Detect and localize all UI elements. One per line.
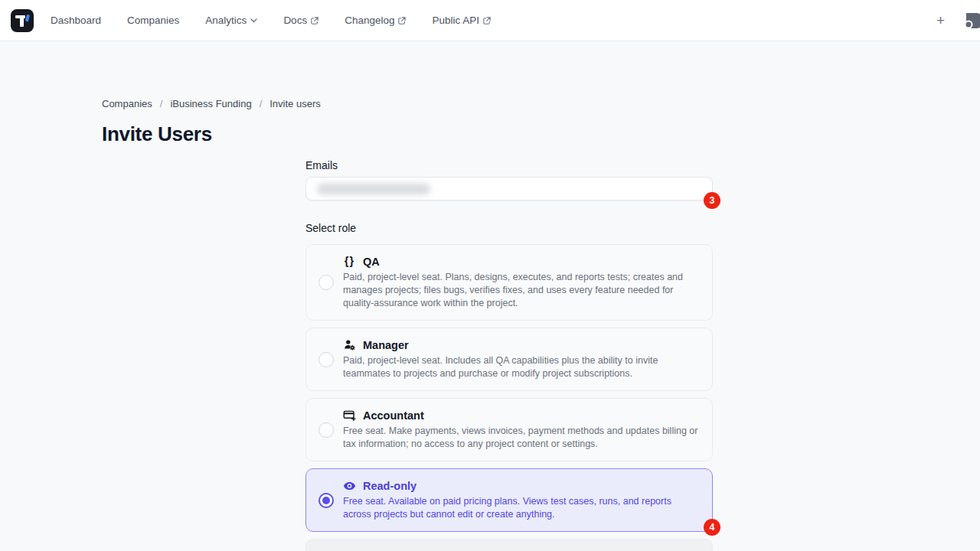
nav-public-api-label: Public API xyxy=(432,15,479,26)
accountant-title: Accountant xyxy=(363,409,424,422)
nav-changelog-label: Changelog xyxy=(345,15,394,26)
breadcrumb-separator: / xyxy=(160,98,163,109)
breadcrumb-invite-users[interactable]: Invite users xyxy=(270,98,320,109)
read-only-radio[interactable] xyxy=(318,493,334,508)
page-title: Invite Users xyxy=(102,122,212,146)
read-only-title: Read-only xyxy=(363,480,416,492)
breadcrumb-companies[interactable]: Companies xyxy=(102,98,152,109)
qa-body: {} QA Paid, project-level seat. Plans, d… xyxy=(343,255,700,310)
add-button[interactable]: + xyxy=(933,13,948,28)
breadcrumb-separator: / xyxy=(260,98,263,109)
accountant-radio[interactable] xyxy=(318,422,334,438)
annotation-badge-4: 4 xyxy=(704,519,720,536)
redacted-email-text xyxy=(317,184,430,194)
credit-card-plus-icon xyxy=(343,409,356,422)
nav-docs-label: Docs xyxy=(283,15,307,26)
read-only-description: Free seat. Available on paid pricing pla… xyxy=(343,495,700,521)
nav-companies-label: Companies xyxy=(127,15,179,26)
external-link-icon xyxy=(398,17,406,24)
user-avatar[interactable] xyxy=(962,11,980,30)
nav-docs[interactable]: Docs xyxy=(283,15,318,26)
accountant-description: Free seat. Make payments, views invoices… xyxy=(343,425,700,451)
qa-radio[interactable] xyxy=(318,275,334,290)
role-option-read-only[interactable]: Read-only Free seat. Available on paid p… xyxy=(305,468,713,532)
emails-input[interactable]: 3 xyxy=(305,177,713,201)
external-link-icon xyxy=(483,17,491,24)
manager-title: Manager xyxy=(363,339,409,351)
nav-analytics-label: Analytics xyxy=(205,15,247,26)
eye-icon xyxy=(343,479,356,492)
accountant-body: Accountant Free seat. Make payments, vie… xyxy=(343,409,700,451)
logo-accent xyxy=(25,14,30,21)
manager-body: Manager Paid, project-level seat. Includ… xyxy=(343,338,700,380)
select-role-label: Select role xyxy=(305,222,713,234)
breadcrumb: Companies / iBusiness Funding / Invite u… xyxy=(102,98,321,109)
invite-form: Emails 3 Select role {} QA Paid, project… xyxy=(305,159,713,551)
nav-dashboard-label: Dashboard xyxy=(51,15,101,26)
qa-description: Paid, project-level seat. Plans, designs… xyxy=(343,271,700,310)
top-navigation: Dashboard Companies Analytics Docs Chang… xyxy=(0,0,980,41)
nav-analytics[interactable]: Analytics xyxy=(205,15,257,26)
chevron-down-icon xyxy=(250,18,257,23)
qa-title: QA xyxy=(363,256,380,268)
nav-public-api[interactable]: Public API xyxy=(432,15,491,26)
avatar-icon xyxy=(962,11,980,30)
nav-changelog[interactable]: Changelog xyxy=(345,15,406,26)
manager-radio[interactable] xyxy=(318,352,334,367)
breadcrumb-company-name[interactable]: iBusiness Funding xyxy=(170,98,251,109)
role-option-accountant[interactable]: Accountant Free seat. Make payments, vie… xyxy=(305,398,713,461)
code-braces-icon: {} xyxy=(343,255,356,268)
role-option-qa[interactable]: {} QA Paid, project-level seat. Plans, d… xyxy=(305,244,713,321)
user-gear-icon xyxy=(343,338,356,351)
read-only-body: Read-only Free seat. Available on paid p… xyxy=(343,479,700,521)
role-option-manager[interactable]: Manager Paid, project-level seat. Includ… xyxy=(305,328,713,391)
manager-description: Paid, project-level seat. Includes all Q… xyxy=(343,354,700,380)
external-link-icon xyxy=(311,17,318,24)
emails-label: Emails xyxy=(305,159,713,171)
main-content: Companies / iBusiness Funding / Invite u… xyxy=(0,41,980,551)
nav-dashboard[interactable]: Dashboard xyxy=(51,15,101,26)
role-list: {} QA Paid, project-level seat. Plans, d… xyxy=(305,244,713,551)
role-option-owner: Owner Paid seat. Super-user with full co… xyxy=(305,539,713,551)
logo-t-stem xyxy=(20,15,24,27)
app-logo[interactable] xyxy=(11,9,34,32)
main-nav: Dashboard Companies Analytics Docs Chang… xyxy=(51,15,491,26)
annotation-badge-3: 3 xyxy=(704,192,720,209)
nav-companies[interactable]: Companies xyxy=(127,15,179,26)
